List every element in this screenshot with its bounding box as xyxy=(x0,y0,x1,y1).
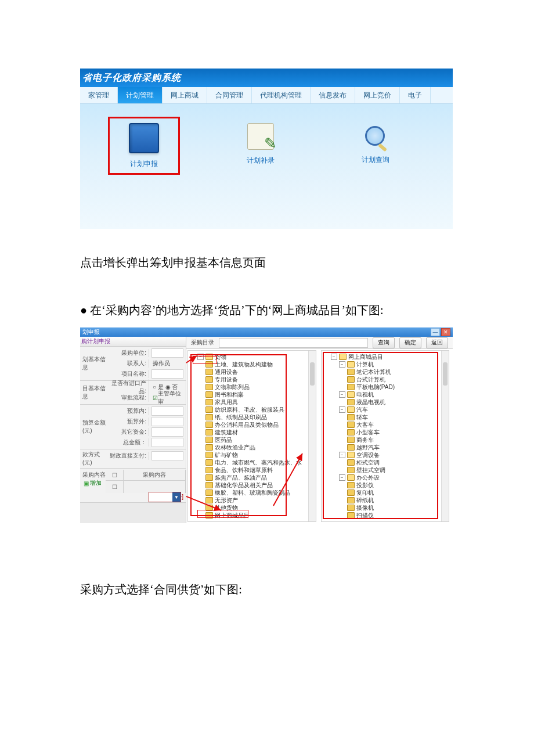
tree-item-label: 商务车 xyxy=(356,436,374,444)
add-button[interactable]: 增加 xyxy=(82,479,106,487)
content-dropdown[interactable]: ▼ xyxy=(149,492,181,502)
search-button[interactable]: 查询 xyxy=(373,337,395,348)
tree-item[interactable]: 文物和陈列品 xyxy=(205,383,316,391)
tree-group-label: 计算机 xyxy=(356,361,374,368)
tab-item[interactable]: 信息发布 xyxy=(311,87,355,103)
row-checkbox[interactable]: ☐ xyxy=(112,484,117,490)
project-name-input[interactable] xyxy=(151,369,183,379)
tree-item[interactable]: 基础化学品及相关产品 xyxy=(205,481,316,489)
tab-item[interactable]: 网上商城 xyxy=(163,87,207,103)
tree-group[interactable]: −电视机液晶电视机 xyxy=(339,391,450,406)
tree-item[interactable]: 碎纸机 xyxy=(347,496,450,504)
folder-icon xyxy=(347,459,355,466)
icon-label: 计划补录 xyxy=(247,156,275,165)
plan-query-button[interactable]: 计划查询 xyxy=(341,117,410,171)
tree-item[interactable]: 无形资产 xyxy=(205,496,316,504)
tree-item[interactable]: 橡胶、塑料、玻璃和陶瓷制品 xyxy=(205,489,316,496)
tree-item-label: 扫描仪 xyxy=(356,512,374,519)
tree-item[interactable]: 摄像机 xyxy=(347,504,450,512)
tree-item[interactable]: 专用设备 xyxy=(205,376,316,383)
tree-group[interactable]: −办公外设投影仪复印机碎纸机摄像机扫描仪 xyxy=(339,474,450,519)
tree-item-label: 通用设备 xyxy=(215,368,238,376)
tree-item[interactable]: 小型客车 xyxy=(347,429,450,436)
tab-item[interactable]: 家管理 xyxy=(80,87,118,103)
folder-icon xyxy=(347,444,355,451)
tree-item[interactable]: 纺织原料、毛皮、被服装具 xyxy=(205,406,316,413)
plan-declare-button[interactable]: 计划申报 xyxy=(108,117,180,175)
tree-item[interactable]: 越野汽车 xyxy=(347,444,450,451)
tree-item[interactable]: 柜式空调 xyxy=(347,459,450,466)
budget-out-input[interactable] xyxy=(151,417,183,426)
tree-item[interactable]: 壁挂式空调 xyxy=(347,466,450,474)
scrollbar[interactable] xyxy=(441,351,449,521)
collapse-icon[interactable]: − xyxy=(339,452,345,458)
screenshot-plan-tabs: 省电子化政府采购系统 家管理 计划管理 网上商城 合同管理 代理机构管理 信息发… xyxy=(80,69,453,229)
tree-item[interactable]: 家具用具 xyxy=(205,398,316,406)
minimize-icon[interactable]: — xyxy=(431,328,440,336)
tab-item-active[interactable]: 计划管理 xyxy=(118,87,163,103)
tree-item[interactable]: 轿车 xyxy=(347,413,450,421)
plan-supplement-button[interactable]: 计划补录 xyxy=(226,117,295,171)
tree-item[interactable]: 矿与矿物 xyxy=(205,451,316,459)
tree-item[interactable]: 笔记本计算机 xyxy=(347,368,450,376)
tree-item[interactable]: 商务车 xyxy=(347,436,450,444)
unit-input[interactable] xyxy=(151,348,183,358)
fiscal-input[interactable] xyxy=(151,451,183,460)
tree-item[interactable]: 复印机 xyxy=(347,489,450,496)
tree-item[interactable]: 大客车 xyxy=(347,421,450,429)
tab-item[interactable]: 代理机构管理 xyxy=(252,87,311,103)
magnifier-icon xyxy=(363,124,388,149)
tree-item[interactable]: 扫描仪 xyxy=(347,512,450,519)
tab-item[interactable]: 网上竞价 xyxy=(355,87,400,103)
collapse-icon[interactable]: − xyxy=(339,406,345,413)
tree-item[interactable]: 台式计算机 xyxy=(347,376,450,383)
tree-item[interactable]: 网上商城品目 xyxy=(205,512,316,519)
back-button[interactable]: 返回 xyxy=(426,337,448,348)
tree-group[interactable]: −空调设备柜式空调壁挂式空调 xyxy=(339,451,450,474)
chevron-down-icon[interactable]: ▼ xyxy=(172,492,181,502)
folder-open-icon xyxy=(347,406,355,413)
section-label: 目基本信息 xyxy=(81,382,106,403)
checkbox-header[interactable]: ☐ xyxy=(112,472,117,478)
approval-check[interactable]: 主管单位审 xyxy=(151,394,183,402)
collapse-icon[interactable]: − xyxy=(339,361,345,368)
close-icon[interactable]: ✕ xyxy=(441,328,450,336)
app-banner-text: 省电子化政府采购系统 xyxy=(82,72,181,84)
tree-item[interactable]: 办公消耗用品及类似物品 xyxy=(205,421,316,429)
tree-root[interactable]: −货物 xyxy=(196,353,316,361)
collapse-icon[interactable]: − xyxy=(339,474,345,481)
folder-open-icon xyxy=(347,474,355,481)
budget-in-input[interactable] xyxy=(151,406,183,416)
tree-item[interactable]: 投影仪 xyxy=(347,481,450,489)
tree-item[interactable]: 其他货物 xyxy=(205,504,316,512)
ok-button[interactable]: 确定 xyxy=(399,337,421,348)
tab-item[interactable]: 合同管理 xyxy=(207,87,252,103)
tree-root[interactable]: −网上商城品目 xyxy=(330,353,449,361)
folder-icon xyxy=(205,467,213,473)
tree-item[interactable]: 电力、城市燃气、蒸汽和热水、水 xyxy=(205,459,316,466)
tree-item[interactable]: 建筑建材 xyxy=(205,429,316,436)
tree-item[interactable]: 图书和档案 xyxy=(205,391,316,398)
tree-item[interactable]: 农林牧渔业产品 xyxy=(205,444,316,451)
catalog-label: 采购目录 xyxy=(191,339,214,347)
total-input[interactable] xyxy=(151,438,183,447)
tree-item[interactable]: 炼焦产品、炼油产品 xyxy=(205,474,316,481)
catalog-search-input[interactable] xyxy=(219,338,368,348)
tree-item[interactable]: 纸、纸制品及印刷品 xyxy=(205,413,316,421)
scrollbar[interactable] xyxy=(308,351,316,521)
book-icon xyxy=(129,123,159,153)
tree-item[interactable]: 食品、饮料和烟草原料 xyxy=(205,466,316,474)
tree-group[interactable]: −汽车轿车大客车小型客车商务车越野汽车 xyxy=(339,406,450,451)
collapse-icon[interactable]: − xyxy=(197,354,204,360)
collapse-icon[interactable]: − xyxy=(331,354,337,360)
tab-item[interactable]: 电子 xyxy=(400,87,431,103)
tree-item[interactable]: 医药品 xyxy=(205,436,316,444)
tree-item[interactable]: 平板电脑(PAD) xyxy=(347,383,450,391)
tree-group[interactable]: −计算机笔记本计算机台式计算机平板电脑(PAD) xyxy=(339,361,450,391)
tree-item[interactable]: 液晶电视机 xyxy=(347,398,450,406)
other-fund-input[interactable] xyxy=(151,427,183,437)
fiscal-label: 财政直接支付: xyxy=(106,452,149,460)
collapse-icon[interactable]: − xyxy=(339,391,345,398)
tree-item[interactable]: 通用设备 xyxy=(205,368,316,376)
tree-item[interactable]: 土地、建筑物及构建物 xyxy=(205,361,316,368)
